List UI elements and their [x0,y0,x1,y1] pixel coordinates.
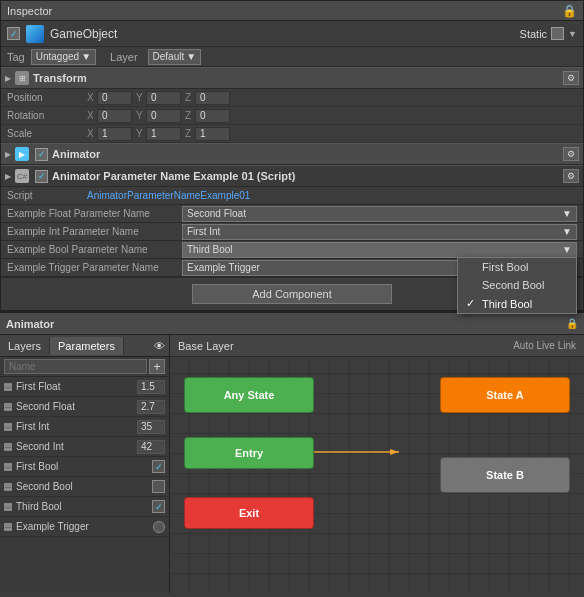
transform-settings-btn[interactable]: ⚙ [563,71,579,85]
entry-label: Entry [235,447,263,459]
static-dropdown-arrow[interactable]: ▼ [568,29,577,39]
transform-section-header: ▶ ⊞ Transform ⚙ [1,67,583,89]
search-input[interactable] [4,359,147,374]
param-item-first-bool: — First Bool [0,457,169,477]
state-b-label: State B [486,469,524,481]
tab-parameters-label: Parameters [58,340,115,352]
arrow-entry-to-state-a [314,442,404,472]
scale-z-value[interactable]: 1 [195,127,230,141]
animator-canvas: Any State Entry Exit State A State B [170,357,584,593]
position-y-value[interactable]: 0 [146,91,181,105]
rotation-x-field: X 0 [87,109,132,123]
tab-parameters[interactable]: Parameters [50,337,124,355]
param-dropdown-float[interactable]: Second Float ▼ [182,206,577,222]
state-node-any-state[interactable]: Any State [184,377,314,413]
animator-collapse-icon[interactable]: ▶ [5,150,11,159]
gameobject-active-checkbox[interactable] [7,27,20,40]
exit-label: Exit [239,507,259,519]
transform-title: Transform [33,72,87,84]
param-value-second-float[interactable]: 2.7 [137,400,165,414]
animator-canvas-header: Base Layer Auto Live Link [170,335,584,357]
add-component-button[interactable]: Add Component [192,284,392,304]
scale-y-value[interactable]: 1 [146,127,181,141]
tag-value: Untagged [36,51,79,62]
param-dropdown-float-arrow: ▼ [562,208,572,219]
param-checkbox-second-bool[interactable] [152,480,165,493]
position-x-field: X 0 [87,91,132,105]
script-active-checkbox[interactable] [35,170,48,183]
static-row: Static ▼ [520,27,577,40]
collapse-icon[interactable]: ▶ [5,74,11,83]
param-radio-example-trigger[interactable] [153,521,165,533]
third-bool-label: Third Bool [482,298,532,310]
param-label-int: Example Int Parameter Name [7,226,182,237]
tag-dropdown[interactable]: Untagged ▼ [31,49,96,65]
lock-icon[interactable]: 🔒 [562,4,577,18]
param-type-icon-int2: — [4,443,12,451]
rotation-x-value[interactable]: 0 [97,109,132,123]
position-x-value[interactable]: 0 [97,91,132,105]
animator-tabs: Layers Parameters 👁 [0,335,169,357]
position-y-label: Y [136,92,144,103]
static-checkbox[interactable] [551,27,564,40]
dropdown-option-first-bool[interactable]: First Bool [458,258,576,276]
param-checkbox-third-bool[interactable] [152,500,165,513]
scale-x-value[interactable]: 1 [97,127,132,141]
dropdown-option-third-bool[interactable]: ✓ Third Bool [458,294,576,313]
rotation-y-value[interactable]: 0 [146,109,181,123]
param-type-icon-bool3: — [4,503,12,511]
param-value-first-float[interactable]: 1.5 [137,380,165,394]
rotation-y-field: Y 0 [136,109,181,123]
param-name-first-int: First Int [16,421,133,432]
rotation-label: Rotation [7,110,87,121]
script-component-header-right: ⚙ [563,169,579,183]
state-node-exit[interactable]: Exit [184,497,314,529]
scale-z-field: Z 1 [185,127,230,141]
add-param-button[interactable]: + [149,359,165,374]
param-dropdown-int[interactable]: First Int ▼ [182,224,577,240]
param-row-bool: Example Bool Parameter Name Third Bool ▼… [1,241,583,259]
script-component-settings-btn[interactable]: ⚙ [563,169,579,183]
param-name-first-float: First Float [16,381,133,392]
script-field-label: Script [7,190,87,201]
param-dropdown-int-value: First Int [187,226,220,237]
param-name-third-bool: Third Bool [16,501,148,512]
scale-y-label: Y [136,128,144,139]
search-row: + [0,357,169,377]
param-dropdown-bool[interactable]: Third Bool ▼ [182,242,577,258]
script-collapse-icon[interactable]: ▶ [5,172,11,181]
param-name-second-int: Second Int [16,441,133,452]
param-name-example-trigger: Example Trigger [16,521,149,532]
state-node-entry[interactable]: Entry [184,437,314,469]
rotation-z-value[interactable]: 0 [195,109,230,123]
third-bool-checkmark: ✓ [466,297,478,310]
second-bool-label: Second Bool [482,279,544,291]
inspector-header: Inspector 🔒 [1,1,583,21]
transform-header-right: ⚙ [563,71,579,85]
param-type-icon-float1: — [4,383,12,391]
param-type-icon-bool2: — [4,483,12,491]
eye-icon[interactable]: 👁 [154,340,165,352]
param-value-second-int[interactable]: 42 [137,440,165,454]
param-checkbox-first-bool[interactable] [152,460,165,473]
static-label: Static [520,28,548,40]
state-node-state-b[interactable]: State B [440,457,570,493]
layer-dropdown[interactable]: Default ▼ [148,49,202,65]
param-item-first-float: — First Float 1.5 [0,377,169,397]
param-item-second-float: — Second Float 2.7 [0,397,169,417]
animator-right-panel: Base Layer Auto Live Link Any State Entr… [170,335,584,593]
animator-active-checkbox[interactable] [35,148,48,161]
animator-component-settings-btn[interactable]: ⚙ [563,147,579,161]
parameter-list: — First Float 1.5 — Second Float 2.7 — F… [0,377,169,593]
rotation-xyz: X 0 Y 0 Z 0 [87,109,577,123]
position-z-value[interactable]: 0 [195,91,230,105]
script-component-title: Animator Parameter Name Example 01 (Scri… [52,170,295,182]
state-node-state-a[interactable]: State A [440,377,570,413]
dropdown-option-second-bool[interactable]: Second Bool [458,276,576,294]
lock-icon-animator[interactable]: 🔒 [566,318,578,329]
param-type-icon-float2: — [4,403,12,411]
param-value-first-int[interactable]: 35 [137,420,165,434]
param-dropdown-float-value: Second Float [187,208,246,219]
animator-content: Layers Parameters 👁 + — First Float 1.5 [0,335,584,593]
tab-layers[interactable]: Layers [0,337,50,355]
